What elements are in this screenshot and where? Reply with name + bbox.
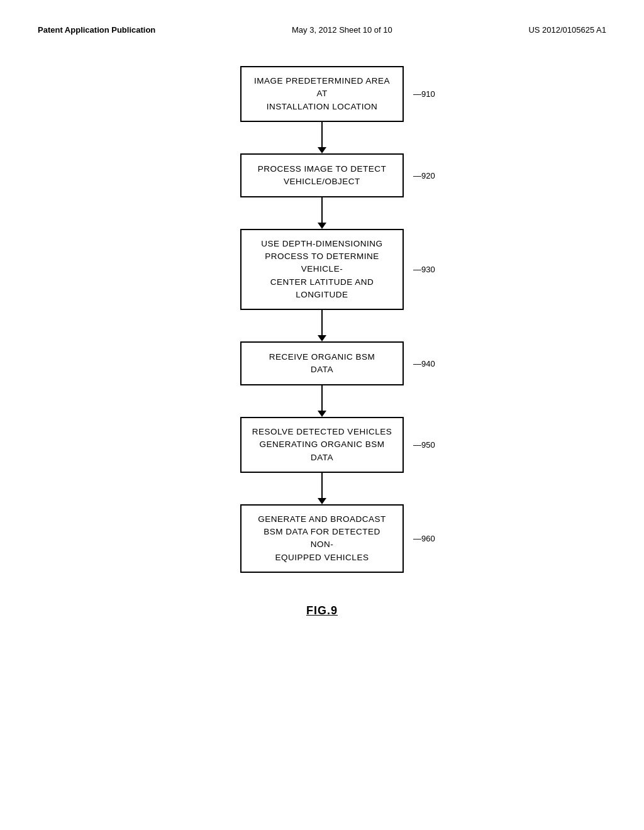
arrow-shaft-5 bbox=[321, 473, 323, 498]
box-910-text: IMAGE PREDETERMINED AREA ATINSTALLATION … bbox=[252, 75, 392, 113]
arrow-head-3 bbox=[318, 335, 326, 341]
box-920: PROCESS IMAGE TO DETECTVEHICLE/OBJECT bbox=[240, 153, 404, 197]
page-header: Patent Application Publication May 3, 20… bbox=[38, 25, 606, 35]
box-940-label: ―940 bbox=[413, 359, 435, 368]
arrow-shaft-1 bbox=[321, 122, 323, 147]
arrow-head-1 bbox=[318, 147, 326, 153]
arrow-1 bbox=[318, 122, 326, 153]
box-920-text: PROCESS IMAGE TO DETECTVEHICLE/OBJECT bbox=[258, 163, 387, 189]
box-wrapper-930: USE DEPTH‑DIMENSIONINGPROCESS TO DETERMI… bbox=[240, 229, 404, 310]
arrow-2 bbox=[318, 197, 326, 229]
arrow-4 bbox=[318, 385, 326, 417]
box-910-label: ―910 bbox=[413, 89, 435, 99]
page: Patent Application Publication May 3, 20… bbox=[0, 0, 644, 830]
box-wrapper-940: RECEIVE ORGANIC BSMDATA ―940 bbox=[240, 341, 404, 385]
box-960-label: ―960 bbox=[413, 534, 435, 543]
figure-label: FIG.9 bbox=[38, 604, 606, 617]
box-940-text: RECEIVE ORGANIC BSMDATA bbox=[269, 351, 375, 377]
arrow-shaft-2 bbox=[321, 197, 323, 223]
box-wrapper-920: PROCESS IMAGE TO DETECTVEHICLE/OBJECT ―9… bbox=[240, 153, 404, 197]
box-930: USE DEPTH‑DIMENSIONINGPROCESS TO DETERMI… bbox=[240, 229, 404, 310]
arrow-shaft-4 bbox=[321, 385, 323, 411]
header-left: Patent Application Publication bbox=[38, 25, 155, 35]
box-wrapper-950: RESOLVE DETECTED VEHICLESGENERATING ORGA… bbox=[240, 417, 404, 473]
box-960-text: GENERATE AND BROADCASTBSM DATA FOR DETEC… bbox=[252, 513, 392, 564]
arrow-3 bbox=[318, 310, 326, 341]
box-950-text: RESOLVE DETECTED VEHICLESGENERATING ORGA… bbox=[252, 426, 392, 464]
arrow-head-4 bbox=[318, 411, 326, 417]
box-930-label: ―930 bbox=[413, 265, 435, 274]
box-wrapper-910: IMAGE PREDETERMINED AREA ATINSTALLATION … bbox=[240, 66, 404, 122]
box-920-label: ―920 bbox=[413, 170, 435, 180]
box-wrapper-960: GENERATE AND BROADCASTBSM DATA FOR DETEC… bbox=[240, 504, 404, 573]
arrow-shaft-3 bbox=[321, 310, 323, 335]
header-center: May 3, 2012 Sheet 10 of 10 bbox=[292, 25, 392, 35]
box-950: RESOLVE DETECTED VEHICLESGENERATING ORGA… bbox=[240, 417, 404, 473]
header-right: US 2012/0105625 A1 bbox=[528, 25, 606, 35]
arrow-head-2 bbox=[318, 223, 326, 229]
arrow-5 bbox=[318, 473, 326, 504]
flowchart-diagram: IMAGE PREDETERMINED AREA ATINSTALLATION … bbox=[38, 66, 606, 573]
box-940: RECEIVE ORGANIC BSMDATA bbox=[240, 341, 404, 385]
arrow-head-5 bbox=[318, 498, 326, 504]
box-960: GENERATE AND BROADCASTBSM DATA FOR DETEC… bbox=[240, 504, 404, 573]
box-950-label: ―950 bbox=[413, 440, 435, 450]
box-910: IMAGE PREDETERMINED AREA ATINSTALLATION … bbox=[240, 66, 404, 122]
box-930-text: USE DEPTH‑DIMENSIONINGPROCESS TO DETERMI… bbox=[252, 238, 392, 301]
